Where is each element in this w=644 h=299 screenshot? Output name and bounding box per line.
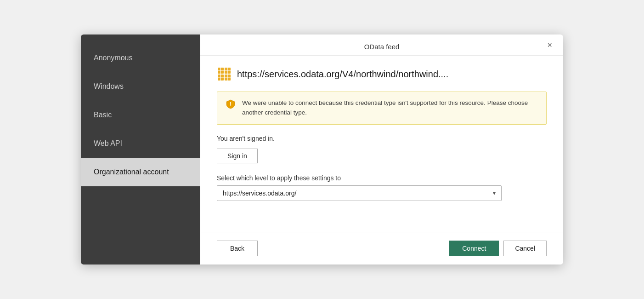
dialog-title: OData feed — [364, 43, 400, 51]
level-selector-label: Select which level to apply these settin… — [217, 174, 547, 182]
main-panel: OData feed × — [200, 34, 563, 264]
sidebar-item-basic[interactable]: Basic — [81, 101, 200, 129]
connect-button[interactable]: Connect — [449, 241, 499, 256]
sidebar-item-anonymous[interactable]: Anonymous — [81, 44, 200, 72]
sidebar-item-webapi[interactable]: Web API — [81, 129, 200, 158]
svg-text:!: ! — [230, 101, 232, 108]
level-select-dropdown[interactable]: https://services.odata.org/ ▾ — [217, 185, 502, 201]
sidebar: Anonymous Windows Basic Web API Organiza… — [81, 34, 200, 264]
odata-icon — [217, 67, 232, 81]
content-area: https://services.odata.org/V4/northwind/… — [200, 56, 563, 232]
sidebar-item-windows[interactable]: Windows — [81, 72, 200, 101]
sidebar-item-org-account[interactable]: Organizational account — [81, 158, 200, 186]
close-button[interactable]: × — [544, 39, 555, 51]
warning-box: ! We were unable to connect because this… — [217, 92, 547, 125]
back-button[interactable]: Back — [217, 241, 258, 256]
signed-in-status: You aren't signed in. — [217, 135, 547, 142]
warning-icon: ! — [226, 99, 236, 109]
cancel-button[interactable]: Cancel — [503, 241, 547, 256]
odata-feed-dialog: Anonymous Windows Basic Web API Organiza… — [81, 34, 563, 264]
url-line: https://services.odata.org/V4/northwind/… — [217, 67, 547, 81]
level-select-value: https://services.odata.org/ — [223, 190, 493, 197]
warning-message: We were unable to connect because this c… — [242, 98, 538, 118]
chevron-down-icon: ▾ — [493, 190, 496, 196]
dialog-footer: Back Connect Cancel — [200, 232, 563, 264]
dialog-header: OData feed × — [200, 34, 563, 56]
footer-right-buttons: Connect Cancel — [449, 241, 547, 256]
sign-in-button[interactable]: Sign in — [217, 149, 258, 163]
url-display: https://services.odata.org/V4/northwind/… — [237, 69, 448, 80]
